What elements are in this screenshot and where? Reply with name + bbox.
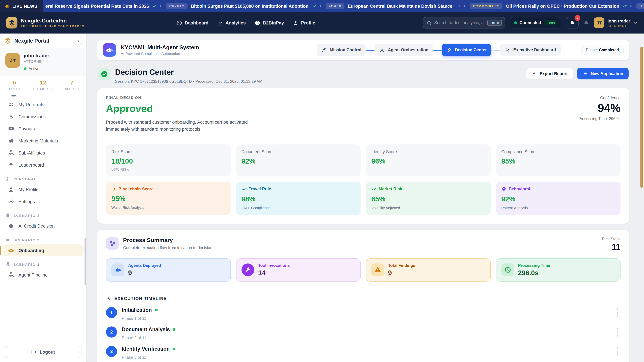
step-label: Executive Dashboard — [513, 48, 556, 52]
ticker-item[interactable]: eral Reserve Signals Potential Rate Cuts… — [45, 3, 161, 8]
sidebar-item-payouts[interactable]: Payouts — [3, 123, 84, 135]
logout-button[interactable]: Logout — [5, 346, 82, 358]
score-card-risk: Risk Score 18/100 LOW RISK — [106, 144, 230, 176]
gear-icon — [8, 198, 14, 204]
sidebar-item-my-profile[interactable]: My Profile — [3, 183, 84, 195]
bitcoin-icon: ₿ — [254, 20, 260, 26]
step-label: Agent Orchestration — [388, 48, 428, 52]
sidebar-item-settings[interactable]: Settings — [3, 195, 84, 207]
stat-total-findings: Total Findings9 — [366, 258, 490, 282]
trend-up-icon — [623, 4, 627, 8]
score-value: 85% — [371, 195, 485, 203]
score-label: Market Risk — [379, 187, 402, 192]
ticker-item[interactable]: COMMODITIES Oil Prices Rally on OPEC+ Pr… — [470, 3, 632, 9]
score-value: 95% — [111, 195, 225, 203]
stat-tool-invocations: Tool Invocations14 — [236, 258, 360, 282]
sidebar-item-marketing-materials[interactable]: Marketing Materials — [3, 135, 84, 147]
step-agent-orchestration[interactable]: Agent Orchestration — [375, 44, 433, 56]
user-name: john trader — [24, 53, 49, 58]
timeline-item-3[interactable]: 3 Identity Verification Phase 3 of 11 — [106, 346, 620, 360]
score-sub: Wallet Risk Analysis — [111, 205, 225, 210]
nav-item-analytics[interactable]: Analytics — [217, 20, 246, 26]
dashboard-icon — [176, 20, 182, 26]
score-card-blockchain: ₿Blockchain Score 95% Wallet Risk Analys… — [106, 182, 230, 215]
activity-icon — [106, 296, 111, 301]
nav-label: Analytics — [226, 20, 246, 25]
global-search[interactable]: Ctrl+K — [422, 17, 505, 28]
status-label: Active — [28, 66, 40, 71]
person-icon — [293, 20, 298, 26]
user-menu[interactable]: JT john trader ATTORNEY — [594, 17, 638, 28]
sidebar-item-agent-pipeline[interactable]: Agent Pipeline — [3, 269, 84, 281]
timeline-dash — [617, 308, 618, 317]
score-sub: Pattern Analysis — [501, 206, 615, 210]
score-label: Behavioral — [509, 187, 530, 192]
decision-value: Approved — [106, 103, 267, 114]
sidebar-collapse-button[interactable] — [74, 37, 82, 45]
ticker-headline: eral Reserve Signals Potential Rate Cuts… — [45, 3, 149, 8]
nav-item-b2binpay[interactable]: ₿ B2BinPay — [254, 20, 284, 26]
sidebar-item-sub-affiliates[interactable]: Sub-Affiliates — [3, 147, 84, 159]
ticker-badge: COMMODITIES — [470, 3, 502, 9]
nav-item-profile[interactable]: Profile — [293, 20, 315, 26]
total-steps-label: Total Steps — [602, 237, 620, 241]
brand-logo — [6, 17, 18, 28]
page-scrollbar[interactable] — [640, 47, 643, 188]
section-subtitle: Complete execution flow from initiation … — [123, 245, 212, 250]
ticker-item[interactable]: CRYPTO Bitcoin Surges Past $105,000 on I… — [166, 3, 321, 9]
search-input[interactable] — [434, 20, 484, 25]
portal-title: Nexgile Portal — [14, 38, 71, 44]
status-dot — [24, 67, 26, 70]
section-header-scenario-3: SCENARIO 3 — [3, 256, 84, 269]
processing-time: Processing Time: 296.0s — [578, 117, 620, 121]
step-decision-center[interactable]: Decision Center — [442, 44, 492, 56]
app-title-block: KYC/AML Multi-Agent System AI-Powered Co… — [121, 44, 199, 56]
sidebar-item-leaderboard[interactable]: Leaderboard — [3, 159, 84, 171]
step-mission-control[interactable]: Mission Control — [317, 44, 366, 56]
score-value: 18/100 — [111, 157, 225, 165]
app-shell: Nexgile Portal JT john trader ATTORNEY A… — [0, 33, 644, 362]
warning-icon — [371, 264, 384, 276]
news-ticker: LIVE NEWS eral Reserve Signals Potential… — [0, 0, 644, 12]
main-content: KYC/AML Multi-Agent System AI-Powered Co… — [86, 33, 644, 362]
export-report-button[interactable]: Export Report — [526, 68, 574, 79]
nav-label: Profile — [301, 20, 315, 25]
step-connector — [433, 49, 442, 50]
user-info: john trader ATTORNEY — [608, 18, 630, 27]
sidebar-item-onboarding[interactable]: Onboarding — [3, 244, 84, 256]
final-decision-block: FINAL DECISION Approved Proceed with sta… — [106, 95, 267, 133]
decision-description: Proceed with standard customer onboardin… — [106, 119, 267, 133]
sidebar-item-ai-credit-decision[interactable]: AI Credit Decision — [3, 220, 84, 232]
person-pin-icon — [501, 187, 506, 192]
stat-label: TASKS — [0, 87, 29, 91]
nav-item-dashboard[interactable]: Dashboard — [176, 20, 208, 26]
status-dot — [155, 309, 158, 311]
timeline-item-2[interactable]: 2 Document Analysis Phase 2 of 11 — [106, 327, 620, 340]
sidebar-scrollbar[interactable] — [84, 238, 86, 285]
ticker-item[interactable]: FOREX European Central Bank Maintains Do… — [326, 3, 465, 9]
step-label: Decision Center — [455, 48, 487, 52]
confidence-label: Confidence — [578, 95, 620, 100]
robot-icon — [111, 264, 124, 276]
section-title: SCENARIO 2 — [14, 238, 40, 242]
secondary-bell-icon[interactable] — [583, 20, 589, 26]
score-grid: Risk Score 18/100 LOW RISK Document Scor… — [106, 144, 620, 176]
avatar: JT — [594, 17, 604, 28]
sidebar: Nexgile Portal JT john trader ATTORNEY A… — [0, 33, 86, 362]
timeline-item-1[interactable]: 1 Initialization Phase 1 of 11 — [106, 307, 620, 321]
step-executive-dashboard[interactable]: Executive Dashboard — [500, 44, 561, 56]
ticker-item[interactable]: STOCKS Tech Sto — [636, 3, 644, 9]
brand[interactable]: Nexgile-CortexFin THE BRAIN BEHIND YOUR … — [6, 17, 107, 28]
sidebar-item-commissions[interactable]: Commissions — [3, 111, 84, 123]
nav-label: Dashboard — [185, 20, 208, 25]
ticker-separator — [320, 5, 321, 7]
sidebar-item-my-referrals[interactable]: My Referrals — [3, 98, 84, 111]
new-application-button[interactable]: New Application — [577, 68, 628, 79]
latency-badge: 13ms — [544, 20, 557, 25]
brand-tagline: THE BRAIN BEHIND YOUR TRADES — [21, 24, 84, 28]
score-label: Blockchain Score — [118, 187, 154, 191]
plus-icon — [582, 71, 588, 76]
hierarchy-icon — [8, 150, 14, 156]
notifications-button[interactable]: 7 — [566, 17, 578, 28]
stat-label: Processing Time — [518, 263, 550, 268]
